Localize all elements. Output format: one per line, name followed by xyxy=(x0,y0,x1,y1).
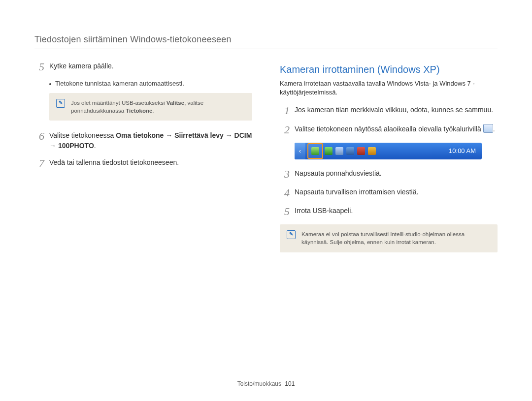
step-text: Vedä tai tallenna tiedostot tietokoneese… xyxy=(49,157,179,169)
step-7: 7 Vedä tai tallenna tiedostot tietokonee… xyxy=(34,157,252,169)
step-number: 7 xyxy=(34,157,44,169)
manual-page: Tiedostojen siirtäminen Windows-tietokon… xyxy=(0,0,532,401)
note-usb-setting: ✎ Jos olet määrittänyt USB-asetukseksi V… xyxy=(49,93,252,121)
tray-icon xyxy=(368,147,376,155)
footer-page-number: 101 xyxy=(285,380,295,387)
section-title: Kameran irrottaminen (Windows XP) xyxy=(280,64,498,75)
note-icon: ✎ xyxy=(56,99,65,108)
taskbar-clock: 10:00 AM xyxy=(443,147,482,154)
step-5: 5 Kytke kamera päälle. xyxy=(34,61,252,73)
footer-section: Toisto/muokkaus xyxy=(237,380,281,387)
step-text: Valitse tietokoneessa Oma tietokone → Si… xyxy=(49,130,252,151)
right-column: Kameran irrottaminen (Windows XP) Kamera… xyxy=(280,61,498,262)
note-intelli-studio: ✎ Kameraa ei voi poistaa turvallisesti I… xyxy=(280,224,498,252)
step-number: 6 xyxy=(34,130,44,151)
two-column-layout: 5 Kytke kamera päälle. Tietokone tunnist… xyxy=(34,61,498,262)
safely-remove-hardware-icon xyxy=(483,124,493,133)
tray-icon xyxy=(325,147,332,155)
step-3: 3 Napsauta ponnahdusviestiä. xyxy=(280,168,498,180)
step-number: 3 xyxy=(280,168,290,180)
taskbar-highlighted-tray-item xyxy=(307,143,323,159)
taskbar-expand-icon: ‹ xyxy=(295,143,305,159)
step-text: Jos kameran tilan merkkivalo vilkkuu, od… xyxy=(295,105,493,117)
step-number: 4 xyxy=(280,187,290,199)
step-number: 2 xyxy=(280,124,290,136)
step-text: Irrota USB-kaapeli. xyxy=(295,206,353,217)
bullet-text: Tietokone tunnistaa kameran automaattise… xyxy=(55,80,184,87)
step-4: 4 Napsauta turvallisen irrottamisen vies… xyxy=(280,187,498,199)
step-text: Kytke kamera päälle. xyxy=(49,61,114,73)
left-column: 5 Kytke kamera päälle. Tietokone tunnist… xyxy=(34,61,252,262)
page-title: Tiedostojen siirtäminen Windows-tietokon… xyxy=(34,34,498,49)
step-number: 1 xyxy=(280,105,290,117)
note-text: Kameraa ei voi poistaa turvallisesti Int… xyxy=(301,230,491,246)
step-text: Valitse tietokoneen näytössä alaoikealla… xyxy=(295,124,495,136)
note-icon: ✎ xyxy=(287,230,296,239)
page-footer: Toisto/muokkaus 101 xyxy=(0,380,532,387)
step-text: Napsauta turvallisen irrottamisen viesti… xyxy=(295,187,418,199)
tray-icon xyxy=(346,147,354,155)
safely-remove-hardware-tray-icon xyxy=(311,147,319,155)
step-2: 2 Valitse tietokoneen näytössä alaoikeal… xyxy=(280,124,498,136)
step-text: Napsauta ponnahdusviestiä. xyxy=(295,168,382,180)
step-number: 5 xyxy=(280,206,290,217)
step-number: 5 xyxy=(34,61,44,73)
windows-xp-taskbar-screenshot: ‹ 10:00 AM xyxy=(295,143,482,159)
tray-icon xyxy=(357,147,365,155)
step-5-right: 5 Irrota USB-kaapeli. xyxy=(280,206,498,217)
section-subtitle: Kamera irrotetaan vastaavalla tavalla Wi… xyxy=(280,79,498,97)
note-text: Jos olet määrittänyt USB-asetukseksi Val… xyxy=(71,99,245,115)
tray-icon xyxy=(335,147,343,155)
step-5-bullet: Tietokone tunnistaa kameran automaattise… xyxy=(49,80,252,87)
step-6: 6 Valitse tietokoneessa Oma tietokone → … xyxy=(34,130,252,151)
bullet-dot-icon xyxy=(49,83,51,85)
step-1: 1 Jos kameran tilan merkkivalo vilkkuu, … xyxy=(280,105,498,117)
